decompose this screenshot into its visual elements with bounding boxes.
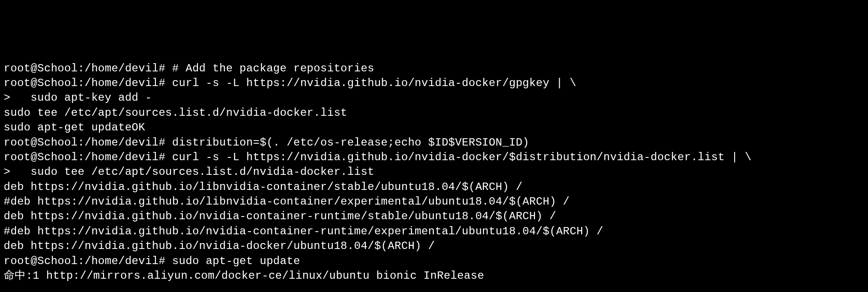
terminal-line: 命中:1 http://mirrors.aliyun.com/docker-ce… (4, 269, 864, 283)
terminal-line: root@School:/home/devil# curl -s -L http… (4, 76, 864, 91)
terminal-line: root@School:/home/devil# # Add the packa… (4, 61, 864, 76)
terminal-line: #deb https://nvidia.github.io/libnvidia-… (4, 195, 864, 209)
terminal-output[interactable]: root@School:/home/devil# # Add the packa… (4, 61, 864, 284)
terminal-line: > sudo tee /etc/apt/sources.list.d/nvidi… (4, 165, 864, 179)
output-text: #deb https://nvidia.github.io/libnvidia-… (4, 195, 570, 208)
command-text: curl -s -L https://nvidia.github.io/nvid… (165, 151, 752, 163)
shell-prompt: root@School:/home/devil# (4, 151, 165, 163)
terminal-line: root@School:/home/devil# curl -s -L http… (4, 150, 864, 165)
output-text: deb https://nvidia.github.io/libnvidia-c… (4, 181, 522, 193)
terminal-line: #deb https://nvidia.github.io/nvidia-con… (4, 224, 864, 239)
command-text: sudo tee /etc/apt/sources.list.d/nvidia-… (11, 166, 374, 178)
command-text: sudo apt-get update (165, 255, 300, 267)
continuation-prompt: > (4, 166, 11, 178)
terminal-line: sudo tee /etc/apt/sources.list.d/nvidia-… (4, 106, 864, 120)
command-text: curl -s -L https://nvidia.github.io/nvid… (165, 77, 577, 89)
output-text: sudo apt-get updateOK (4, 121, 145, 134)
terminal-line: root@School:/home/devil# sudo apt-get up… (4, 254, 864, 269)
output-text: sudo tee /etc/apt/sources.list.d/nvidia-… (4, 107, 347, 119)
output-text: #deb https://nvidia.github.io/nvidia-con… (4, 225, 604, 238)
output-text: deb https://nvidia.github.io/nvidia-cont… (4, 210, 556, 222)
shell-prompt: root@School:/home/devil# (4, 77, 165, 89)
terminal-line: > sudo apt-key add - (4, 91, 864, 105)
command-text: # Add the package repositories (165, 62, 374, 75)
shell-prompt: root@School:/home/devil# (4, 136, 165, 149)
command-text: distribution=$(. /etc/os-release;echo $I… (165, 136, 529, 149)
shell-prompt: root@School:/home/devil# (4, 62, 165, 75)
terminal-line: deb https://nvidia.github.io/nvidia-cont… (4, 209, 864, 224)
terminal-line: deb https://nvidia.github.io/libnvidia-c… (4, 180, 864, 195)
output-text: deb https://nvidia.github.io/nvidia-dock… (4, 240, 435, 252)
output-text: 命中:1 http://mirrors.aliyun.com/docker-ce… (4, 270, 484, 282)
shell-prompt: root@School:/home/devil# (4, 255, 165, 267)
terminal-line: deb https://nvidia.github.io/nvidia-dock… (4, 239, 864, 254)
command-text: sudo apt-key add - (11, 92, 152, 104)
terminal-line: root@School:/home/devil# distribution=$(… (4, 135, 864, 150)
terminal-line: sudo apt-get updateOK (4, 120, 864, 135)
continuation-prompt: > (4, 92, 11, 104)
